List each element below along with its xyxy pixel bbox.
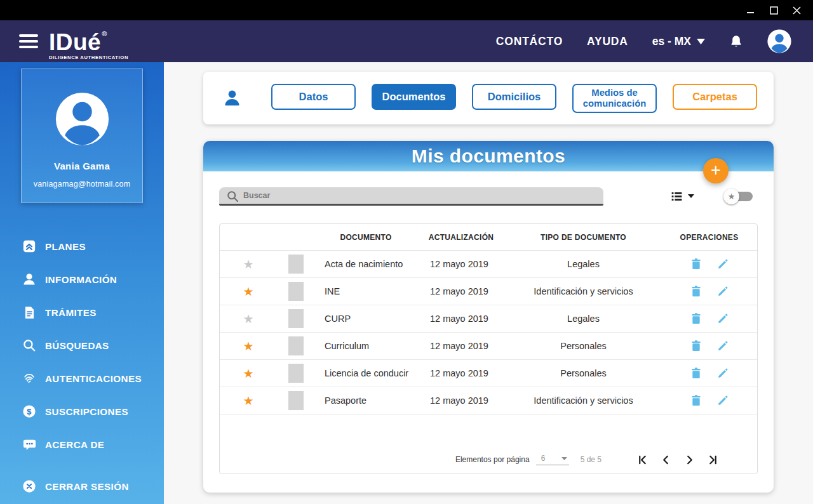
table-body: ★ Acta de nacimiento 12 mayo 2019 Legale… [220,251,757,414]
sidebar-item-planes[interactable]: PLANES [0,230,164,263]
star-icon[interactable]: ★ [243,312,253,326]
document-updated: 12 mayo 2019 [417,259,506,269]
header-nav: CONTÁCTO AYUDA es - MX [496,29,791,53]
delete-icon[interactable] [690,394,702,407]
pagination: Elementos por página 6 5 de 5 [455,446,757,474]
logo-tagline: DILIGENCE AUTHENTICATION [49,55,128,60]
document-type: Identificación y servicios [506,395,661,406]
close-button[interactable] [785,0,808,20]
delete-icon[interactable] [690,258,702,270]
delete-icon[interactable] [690,340,702,352]
sidebar-item-acerca-de[interactable]: ACERCA DE [0,428,164,461]
tab-carpetas[interactable]: Carpetas [673,84,757,110]
documents-toolbar: ★ [219,187,758,206]
add-document-button[interactable]: + [703,158,729,183]
sidebar-item-autenticaciones[interactable]: AUTENTICACIONES [0,362,164,395]
last-page-icon[interactable] [705,452,720,467]
sidebar-item-busquedas[interactable]: BÚSQUEDAS [0,329,164,362]
sidebar-item-tramites[interactable]: TRÁMITES [0,296,164,329]
previous-page-icon[interactable] [658,452,673,467]
pagination-range: 5 de 5 [581,455,601,464]
notifications-bell-icon[interactable] [729,34,743,49]
table-row: ★ CURP 12 mayo 2019 Legales [220,305,757,333]
star-icon[interactable]: ★ [243,367,253,380]
star-icon[interactable]: ★ [243,340,253,353]
sidebar-item-cerrar-sesion[interactable]: CERRAR SESIÓN [0,470,164,503]
search-input[interactable] [219,187,603,204]
maximize-button[interactable] [762,0,785,20]
document-thumbnail[interactable] [288,364,304,383]
profile-card: Vania Gama vaniagamag@hotmail.com [21,69,143,203]
document-updated: 12 mayo 2019 [417,286,506,296]
edit-icon[interactable] [716,340,729,352]
logo-text: IDué [49,29,101,55]
language-value: es - MX [652,35,691,48]
document-type: Legales [506,314,661,324]
favorites-toggle-star-icon: ★ [723,189,739,204]
next-page-icon[interactable] [682,452,697,467]
delete-icon[interactable] [690,367,702,380]
star-icon[interactable]: ★ [243,394,253,408]
edit-icon[interactable] [716,285,729,298]
toolbar-right: ★ [670,189,758,204]
page-size-select[interactable]: 6 [536,454,569,465]
user-avatar[interactable] [767,29,791,53]
language-selector[interactable]: es - MX [652,35,705,48]
document-thumbnail[interactable] [288,282,304,301]
document-updated: 12 mayo 2019 [417,314,506,324]
table-row: ★ INE 12 mayo 2019 Identificación y serv… [220,278,757,305]
favorites-filter-toggle[interactable]: ★ [723,189,753,204]
document-thumbnail[interactable] [288,255,304,274]
table-row: ★ Pasaporte 12 mayo 2019 Identificación … [220,387,757,414]
profile-name: Vania Gama [54,161,110,171]
registered-mark: ® [102,30,107,37]
view-options-button[interactable] [670,190,694,203]
search-icon [22,338,37,352]
edit-icon[interactable] [716,312,729,325]
search-bar [219,187,603,206]
sidebar-item-label: INFORMACIÓN [45,274,117,285]
sidebar-item-label: CERRAR SESIÓN [45,481,129,492]
person-icon [22,272,37,287]
minimize-button[interactable] [739,0,762,20]
star-icon[interactable]: ★ [243,258,253,271]
documents-card: Mis documentos + ★ [203,141,774,493]
delete-icon[interactable] [690,312,702,325]
nav-contacto[interactable]: CONTÁCTO [496,35,563,48]
sidebar-item-label: ACERCA DE [45,439,104,450]
column-documento: DOCUMENTO [315,233,417,242]
chevron-down-icon [561,457,567,460]
nav-ayuda[interactable]: AYUDA [587,35,628,48]
edit-icon[interactable] [716,367,729,380]
tab-datos[interactable]: Datos [271,84,356,110]
document-name: INE [315,286,417,296]
chevron-down-icon [688,194,694,198]
menu-icon[interactable] [19,34,38,48]
app-header: IDué® DILIGENCE AUTHENTICATION CONTÁCTO … [0,20,813,62]
tabs-card: Datos Documentos Domicilios Medios de co… [203,72,774,124]
edit-icon[interactable] [716,258,729,270]
sidebar-item-informacion[interactable]: INFORMACIÓN [0,263,164,296]
document-type: Personales [506,341,661,351]
document-thumbnail[interactable] [288,336,304,355]
tab-documentos[interactable]: Documentos [372,84,456,110]
document-thumbnail[interactable] [288,391,304,410]
star-icon[interactable]: ★ [243,285,253,298]
first-page-icon[interactable] [635,452,650,467]
document-thumbnail[interactable] [288,309,304,328]
page-title: Mis documentos [203,141,774,171]
maximize-icon [770,6,778,15]
tab-domicilios[interactable]: Domicilios [472,84,556,110]
document-name: Pasaporte [315,395,417,406]
window-titlebar [0,0,813,20]
delete-icon[interactable] [690,285,702,298]
column-operaciones: OPERACIONES [661,233,757,242]
tab-medios-de-comunicacion[interactable]: Medios de comunicación [572,84,657,113]
document-type: Identificación y servicios [506,286,661,296]
dollar-icon: $ [22,404,37,418]
sidebar-item-suscripciones[interactable]: $ SUSCRIPCIONES [0,395,164,428]
app-logo: IDué® DILIGENCE AUTHENTICATION [49,22,128,60]
sidebar-item-label: SUSCRIPCIONES [45,406,128,417]
table-row: ★ Curriculum 12 mayo 2019 Personales [220,333,757,360]
edit-icon[interactable] [716,394,729,407]
